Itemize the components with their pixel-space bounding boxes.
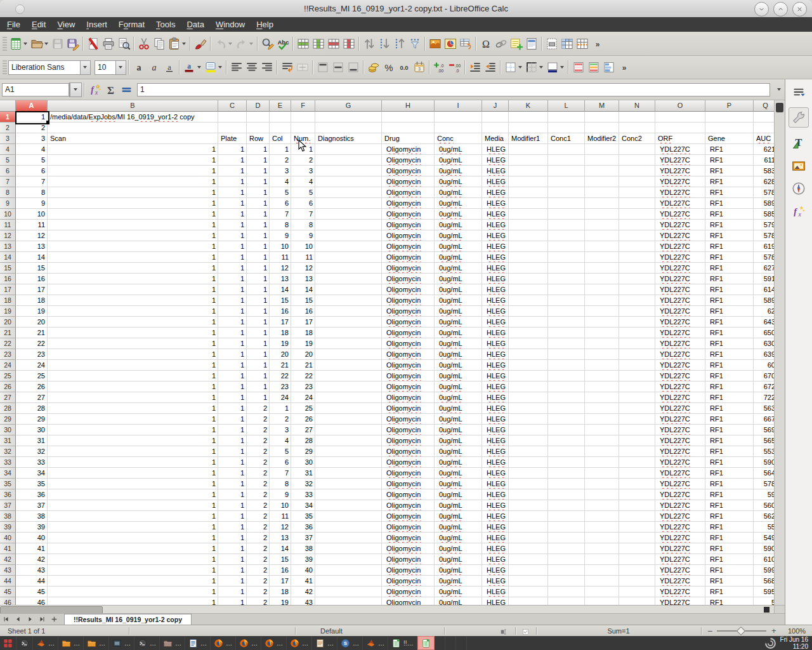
taskbar-item-app-launcher[interactable] — [0, 636, 16, 650]
cell-B28[interactable]: 1 — [48, 403, 218, 414]
cell-A19[interactable]: 19 — [16, 306, 48, 317]
spelling-button[interactable]: Abc — [275, 36, 291, 52]
cell-P20[interactable]: RF1 — [705, 317, 754, 328]
cell-O26[interactable]: YDL227C — [655, 381, 705, 392]
cell-J38[interactable]: HLEG — [482, 511, 509, 522]
taskbar-item-empty-slot[interactable] — [456, 636, 467, 650]
cell-C27[interactable]: 1 — [218, 392, 247, 403]
cell-C39[interactable]: 1 — [218, 522, 247, 533]
cell-N13[interactable] — [619, 241, 655, 252]
row-header-17[interactable]: 17 — [0, 284, 16, 295]
name-box[interactable] — [2, 83, 69, 96]
cell-J22[interactable]: HLEG — [482, 338, 509, 349]
insert-column-button[interactable] — [311, 36, 326, 52]
cell-Q34[interactable]: 564 — [754, 468, 774, 479]
cell-G35[interactable] — [315, 479, 382, 489]
cell-G10[interactable] — [315, 209, 382, 220]
cell-C29[interactable]: 1 — [218, 414, 247, 425]
cell-A43[interactable]: 43 — [16, 565, 48, 576]
cell-A4[interactable]: 4 — [16, 144, 48, 155]
cell-A8[interactable]: 8 — [16, 187, 48, 198]
cell-A45[interactable]: 45 — [16, 587, 48, 597]
cell-K11[interactable] — [509, 220, 548, 230]
cell-G46[interactable] — [315, 597, 382, 605]
cell-F32[interactable]: 29 — [291, 446, 315, 457]
column-header-B[interactable]: B — [48, 100, 218, 112]
cell-N25[interactable] — [619, 371, 655, 381]
cell-E43[interactable]: 16 — [270, 565, 291, 576]
sheet-tab[interactable]: !!Results_MI 16_0919_yor1-2 copy — [64, 614, 192, 625]
cell-D4[interactable]: 1 — [247, 144, 270, 155]
cell-D19[interactable]: 1 — [247, 306, 270, 317]
cell-K4[interactable] — [509, 144, 548, 155]
cell-A44[interactable]: 44 — [16, 576, 48, 587]
cell-M40[interactable] — [585, 533, 619, 543]
cell-H35[interactable]: Oligomycin — [382, 479, 435, 489]
align-bottom-button[interactable] — [346, 59, 361, 76]
cell-H6[interactable]: Oligomycin — [382, 166, 435, 176]
fill-handle[interactable] — [46, 121, 49, 124]
cell-K31[interactable] — [509, 435, 548, 446]
cell-H41[interactable]: Oligomycin — [382, 543, 435, 554]
chevron-down-icon[interactable] — [539, 66, 543, 69]
cell-O19[interactable]: YDL227C — [655, 306, 705, 317]
cell-Q22[interactable]: 630 — [754, 338, 774, 349]
cell-F45[interactable]: 42 — [291, 587, 315, 597]
cell-P9[interactable]: RF1 — [705, 198, 754, 209]
cell-C11[interactable]: 1 — [218, 220, 247, 230]
cell-O17[interactable]: YDL227C — [655, 284, 705, 295]
cell-E23[interactable]: 20 — [270, 349, 291, 360]
cell-K20[interactable] — [509, 317, 548, 328]
cell-N37[interactable] — [619, 500, 655, 511]
cell-E8[interactable]: 5 — [270, 187, 291, 198]
cell-J34[interactable]: HLEG — [482, 468, 509, 479]
row-header-16[interactable]: 16 — [0, 274, 16, 284]
cell-C19[interactable]: 1 — [218, 306, 247, 317]
cell-N1[interactable] — [619, 112, 655, 123]
cell-K44[interactable] — [509, 576, 548, 587]
cell-P30[interactable]: RF1 — [705, 425, 754, 435]
cell-L36[interactable] — [548, 489, 585, 500]
scrollbar-grip[interactable] — [764, 607, 769, 613]
font-size-combo[interactable]: 10 — [95, 60, 126, 75]
row-header-8[interactable]: 8 — [0, 187, 16, 198]
cell-N11[interactable] — [619, 220, 655, 230]
sum-button[interactable]: Σ — [103, 82, 118, 97]
cell-L32[interactable] — [548, 446, 585, 457]
cell-P27[interactable]: RF1 — [705, 392, 754, 403]
cell-I9[interactable]: 0ug/mL — [435, 198, 482, 209]
cell-Q10[interactable]: 585 — [754, 209, 774, 220]
cell-B30[interactable]: 1 — [48, 425, 218, 435]
cell-J35[interactable]: HLEG — [482, 479, 509, 489]
cell-D12[interactable]: 1 — [247, 230, 270, 241]
column-header-J[interactable]: J — [482, 100, 509, 112]
cell-O3[interactable]: ORF — [655, 133, 705, 144]
cell-A21[interactable]: 21 — [16, 328, 48, 338]
cell-O25[interactable]: YDL227C — [655, 371, 705, 381]
cell-J41[interactable]: HLEG — [482, 543, 509, 554]
cell-J15[interactable]: HLEG — [482, 263, 509, 274]
cell-I29[interactable]: 0ug/mL — [435, 414, 482, 425]
cell-Q25[interactable]: 670 — [754, 371, 774, 381]
underline-button[interactable]: a — [162, 59, 177, 76]
cell-H13[interactable]: Oligomycin — [382, 241, 435, 252]
cell-C40[interactable]: 1 — [218, 533, 247, 543]
cell-O12[interactable]: YDL227C — [655, 230, 705, 241]
cell-I37[interactable]: 0ug/mL — [435, 500, 482, 511]
cell-B43[interactable]: 1 — [48, 565, 218, 576]
cell-J14[interactable]: HLEG — [482, 252, 509, 263]
row-header-18[interactable]: 18 — [0, 295, 16, 306]
cell-H9[interactable]: Oligomycin — [382, 198, 435, 209]
cell-H26[interactable]: Oligomycin — [382, 381, 435, 392]
cell-C31[interactable]: 1 — [218, 435, 247, 446]
cell-H7[interactable]: Oligomycin — [382, 176, 435, 187]
cell-I15[interactable]: 0ug/mL — [435, 263, 482, 274]
align-vcenter-button[interactable] — [331, 59, 346, 76]
column-header-I[interactable]: I — [435, 100, 482, 112]
cell-F9[interactable]: 6 — [291, 198, 315, 209]
cell-E31[interactable]: 4 — [270, 435, 291, 446]
cell-B7[interactable]: 1 — [48, 176, 218, 187]
cell-N43[interactable] — [619, 565, 655, 576]
decrease-indent-button[interactable] — [483, 59, 498, 76]
cell-K33[interactable] — [509, 457, 548, 468]
